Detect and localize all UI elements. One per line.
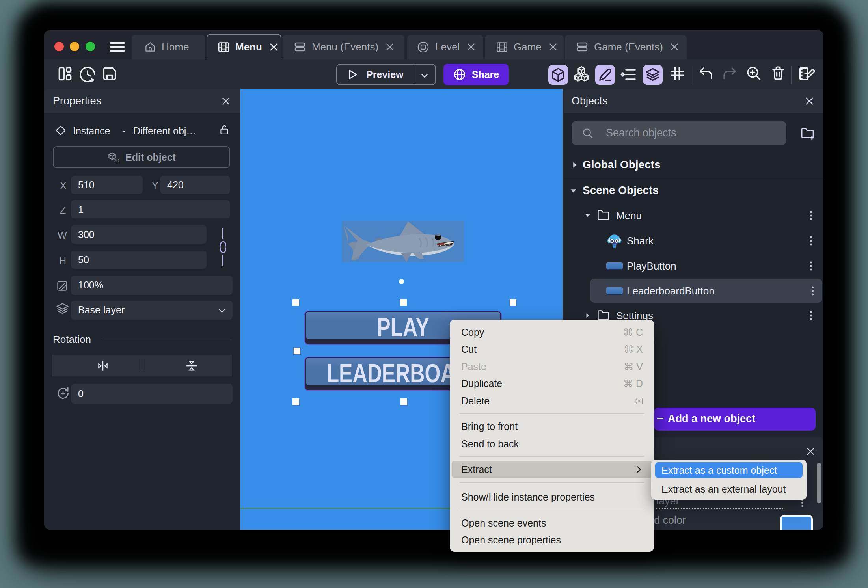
svg-text:2D: 2D [114,158,119,163]
